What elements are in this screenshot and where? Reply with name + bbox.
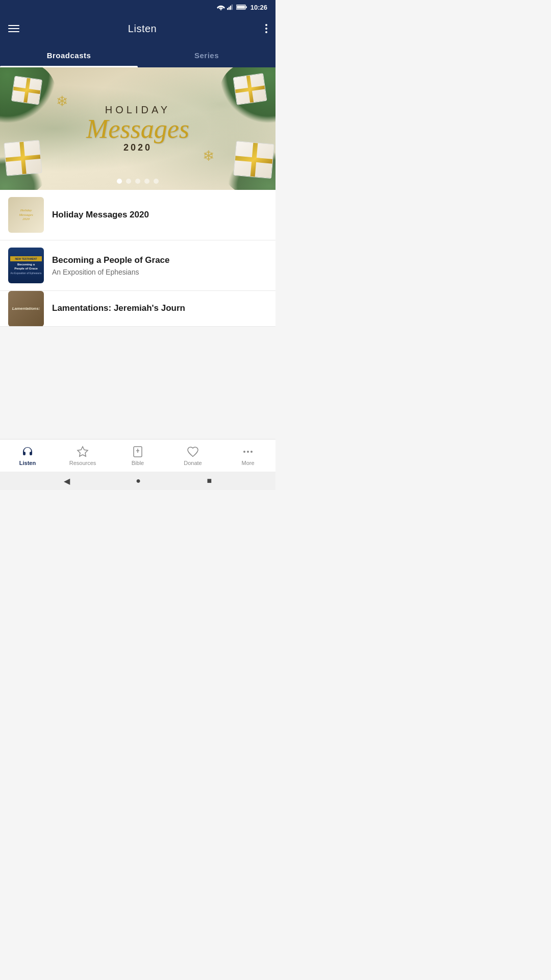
snowflake-decoration-2: ❄: [203, 148, 214, 164]
svg-rect-2: [229, 7, 230, 10]
hero-text-block: HOLIDAY Messages 2020: [86, 104, 189, 153]
thumbnail-lamentations: Lamentations:: [8, 291, 44, 327]
status-bar: 10:26: [0, 0, 276, 14]
nav-label-listen: Listen: [19, 460, 36, 466]
carousel-dot-2[interactable]: [126, 179, 131, 184]
list-item-holiday-messages[interactable]: HolidayMessages2020 Holiday Messages 202…: [0, 190, 276, 240]
thumb-holiday-text: HolidayMessages2020: [17, 206, 35, 223]
android-back-button[interactable]: ◀: [64, 476, 70, 486]
carousel-dots: [117, 179, 159, 184]
tab-broadcasts[interactable]: Broadcasts: [0, 43, 138, 67]
nav-item-listen[interactable]: Listen: [0, 442, 55, 470]
more-menu-icon[interactable]: [265, 24, 267, 33]
svg-point-11: [243, 451, 245, 453]
snowflake-decoration-1: ❄: [56, 93, 68, 110]
svg-point-0: [220, 9, 221, 10]
thumb-grace-sub: An Exposition of Ephesians: [11, 272, 42, 275]
android-home-button[interactable]: ●: [136, 476, 141, 485]
gift-box-2: [11, 76, 42, 105]
list-item-info-lamentations: Lamentations: Jeremiah's Journ: [52, 303, 267, 314]
svg-rect-6: [245, 6, 246, 8]
tab-series[interactable]: Series: [138, 43, 276, 67]
carousel-dot-5[interactable]: [154, 179, 159, 184]
tabs-container: Broadcasts Series: [0, 43, 276, 67]
svg-rect-1: [227, 8, 228, 10]
nav-label-donate: Donate: [184, 460, 202, 466]
carousel-dot-1[interactable]: [117, 179, 122, 184]
hero-banner[interactable]: ❄ ❄ HOLIDAY Messages 2020: [0, 67, 276, 190]
status-icons: [217, 4, 247, 10]
list-item-grace[interactable]: NEW TESTAMENT Becoming aPeople of Grace …: [0, 240, 276, 291]
thumbnail-holiday-messages: HolidayMessages2020: [8, 197, 44, 233]
svg-rect-3: [230, 6, 231, 10]
thumb-grace-title: Becoming aPeople of Grace: [14, 263, 38, 271]
thumb-holiday-bg: HolidayMessages2020: [8, 197, 44, 233]
wifi-icon: [217, 4, 225, 10]
hero-title-year: 2020: [86, 142, 189, 153]
list-item-lamentations[interactable]: Lamentations: Lamentations: Jeremiah's J…: [0, 291, 276, 327]
android-system-nav: ◀ ● ■: [0, 472, 276, 490]
nav-item-resources[interactable]: Resources: [55, 442, 110, 470]
app-bar: Listen: [0, 14, 276, 43]
thumb-grace-top-label: NEW TESTAMENT: [10, 256, 42, 261]
nav-item-more[interactable]: More: [220, 442, 276, 470]
battery-icon: [236, 4, 247, 10]
bible-icon: [132, 446, 144, 458]
bottom-navigation: Listen Resources Bible Donate More: [0, 439, 276, 472]
svg-point-13: [251, 451, 253, 453]
nav-label-bible: Bible: [132, 460, 144, 466]
thumb-lament-bg: Lamentations:: [8, 291, 44, 327]
tab-broadcasts-label: Broadcasts: [47, 51, 91, 60]
nav-item-bible[interactable]: Bible: [110, 442, 165, 470]
content-list: HolidayMessages2020 Holiday Messages 202…: [0, 190, 276, 327]
list-item-title-holiday: Holiday Messages 2020: [52, 209, 267, 220]
signal-icon: [227, 4, 234, 10]
time-display: 10:26: [251, 4, 267, 11]
page-title: Listen: [128, 23, 157, 35]
headphones-icon: [21, 446, 34, 458]
svg-rect-4: [232, 5, 233, 10]
carousel-dot-4[interactable]: [144, 179, 149, 184]
svg-rect-7: [237, 6, 245, 9]
nav-item-donate[interactable]: Donate: [165, 442, 220, 470]
carousel-dot-3[interactable]: [135, 179, 140, 184]
nav-label-resources: Resources: [69, 460, 96, 466]
list-item-title-lamentations: Lamentations: Jeremiah's Journ: [52, 303, 267, 314]
star-icon: [77, 446, 89, 458]
tab-series-label: Series: [194, 51, 219, 60]
hamburger-menu-icon[interactable]: [8, 25, 19, 32]
thumb-grace-bg: NEW TESTAMENT Becoming aPeople of Grace …: [8, 248, 44, 283]
thumb-lament-text: Lamentations:: [11, 305, 42, 312]
list-item-info-holiday: Holiday Messages 2020: [52, 209, 267, 220]
svg-point-12: [247, 451, 249, 453]
list-item-subtitle-grace: An Exposition of Ephesians: [52, 268, 267, 276]
more-dots-icon: [242, 446, 254, 458]
hero-title-main: Messages: [86, 116, 189, 142]
gift-box-1: [4, 140, 42, 176]
gift-box-3: [233, 73, 267, 105]
gift-box-4: [233, 141, 274, 179]
heart-icon: [187, 446, 199, 458]
thumbnail-grace: NEW TESTAMENT Becoming aPeople of Grace …: [8, 248, 44, 283]
nav-label-more: More: [241, 460, 254, 466]
android-recents-button[interactable]: ■: [207, 476, 212, 485]
list-item-title-grace: Becoming a People of Grace: [52, 255, 267, 266]
list-item-info-grace: Becoming a People of Grace An Exposition…: [52, 255, 267, 276]
